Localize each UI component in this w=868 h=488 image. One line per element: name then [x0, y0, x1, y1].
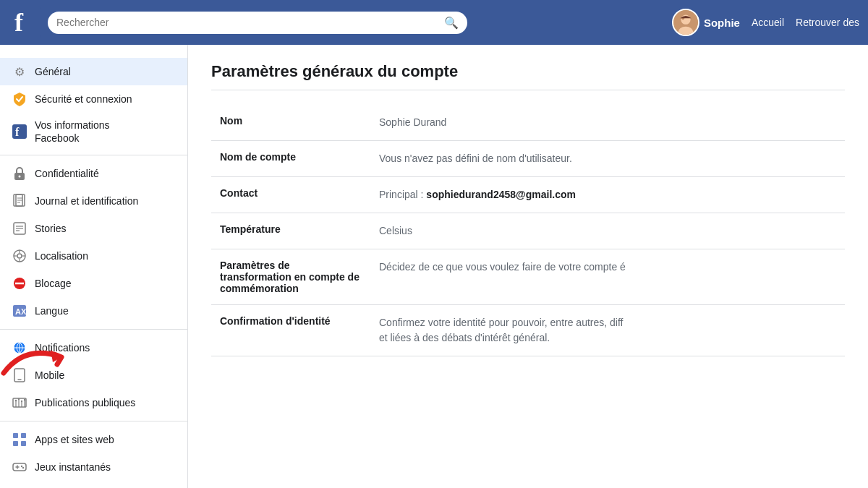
sidebar-item-journal[interactable]: Journal et identification — [0, 187, 187, 215]
journal-icon — [12, 193, 27, 209]
svg-rect-45 — [13, 433, 18, 438]
avatar — [672, 9, 699, 36]
contact-prefix: Principal : — [379, 189, 426, 200]
svg-text:f: f — [15, 126, 20, 138]
sidebar-item-jeux-label: Jeux instantanés — [35, 461, 111, 474]
sidebar-item-jeux[interactable]: Jeux instantanés — [0, 453, 187, 481]
publications-icon — [12, 395, 27, 411]
svg-text:f: f — [14, 8, 24, 37]
gear-icon: ⚙ — [12, 64, 27, 80]
search-bar[interactable]: 🔍 — [48, 12, 467, 34]
location-icon — [12, 248, 27, 264]
sidebar-item-securite[interactable]: Sécurité et connexion — [0, 85, 187, 113]
svg-rect-48 — [21, 441, 26, 446]
sidebar-item-publications[interactable]: Publications publiques — [0, 389, 187, 416]
sidebar-item-notifications[interactable]: Notifications — [0, 334, 187, 361]
header-link-accueil[interactable]: Accueil — [752, 17, 784, 28]
mobile-icon — [12, 367, 27, 383]
sidebar-item-notifications-label: Notifications — [35, 341, 90, 354]
sidebar-item-fb-info[interactable]: f Vos informationsFacebook — [0, 113, 187, 150]
svg-rect-0 — [9, 7, 41, 38]
notifications-globe-icon — [12, 340, 27, 356]
setting-label-temperature: Température — [211, 213, 370, 249]
sidebar-section-apps: Apps et sites web Jeux instantanés — [0, 421, 187, 485]
header-link-retrouver[interactable]: Retrouver des — [796, 17, 859, 28]
setting-value-nom: Sophie Durand — [370, 105, 845, 141]
table-row: Paramètres de transformation en compte d… — [211, 249, 845, 305]
lock-icon — [12, 166, 27, 181]
svg-point-9 — [19, 176, 21, 178]
sidebar-item-localisation[interactable]: Localisation — [0, 242, 187, 270]
svg-point-42 — [18, 398, 20, 400]
sidebar-item-mobile-label: Mobile — [35, 369, 64, 382]
header-username: Sophie — [704, 17, 740, 29]
sidebar-item-confidentialite[interactable]: Confidentialité — [0, 160, 187, 187]
sidebar-item-journal-label: Journal et identification — [35, 194, 138, 207]
sidebar-item-stories-label: Stories — [35, 222, 67, 235]
stories-icon — [12, 221, 27, 236]
svg-rect-47 — [13, 441, 18, 446]
sidebar-item-langue[interactable]: AX Langue — [0, 297, 187, 325]
svg-point-41 — [15, 400, 17, 401]
sidebar-item-fb-info-label: Vos informationsFacebook — [35, 119, 110, 145]
setting-value-confirmation: Confirmez votre identité pour pouvoir, e… — [370, 305, 845, 356]
sidebar-item-confidentialite-label: Confidentialité — [35, 167, 99, 180]
svg-rect-6 — [12, 124, 27, 139]
header: f 🔍 Sophie Accueil Retrouver des — [0, 0, 868, 45]
search-input[interactable] — [56, 17, 438, 28]
setting-label-nom-compte: Nom de compte — [211, 141, 370, 177]
table-row: Nom Sophie Durand — [211, 105, 845, 141]
svg-point-44 — [24, 399, 25, 401]
facebook-logo: f — [9, 7, 41, 38]
sidebar-item-blocage[interactable]: Blocage — [0, 270, 187, 297]
sidebar-section-notifications: Notifications Mobile — [0, 330, 187, 421]
langue-icon: AX — [12, 303, 27, 319]
svg-point-53 — [22, 467, 24, 468]
setting-label-nom: Nom — [211, 105, 370, 141]
setting-label-contact: Contact — [211, 177, 370, 213]
table-row: Confirmation d'identité Confirmez votre … — [211, 305, 845, 356]
sidebar-section-privacy: Confidentialité Journal et identificatio… — [0, 155, 187, 330]
user-avatar-wrapper[interactable]: Sophie — [672, 9, 740, 36]
svg-point-43 — [21, 401, 22, 402]
sidebar-item-apps-label: Apps et sites web — [35, 433, 114, 446]
setting-value-nom-compte: Vous n'avez pas défini de nom d'utilisat… — [370, 141, 845, 177]
block-icon — [12, 275, 27, 291]
svg-rect-49 — [13, 463, 26, 471]
search-icon: 🔍 — [444, 16, 459, 30]
table-row: Nom de compte Vous n'avez pas défini de … — [211, 141, 845, 177]
sidebar-item-apps[interactable]: Apps et sites web — [0, 426, 187, 453]
table-row: Température Celsius — [211, 213, 845, 249]
sidebar-item-blocage-label: Blocage — [35, 277, 72, 290]
svg-rect-46 — [21, 433, 26, 438]
contact-email: sophiedurand2458@gmail.com — [426, 189, 576, 200]
svg-point-52 — [21, 466, 22, 467]
shield-icon — [12, 91, 27, 107]
sidebar-section-account: ⚙ Général Sécurité et connexion f — [0, 53, 187, 155]
facebook-small-icon: f — [12, 124, 27, 140]
main-content: Paramètres généraux du compte Nom Sophie… — [188, 45, 868, 488]
jeux-icon — [12, 459, 27, 475]
sidebar: ⚙ Général Sécurité et connexion f — [0, 45, 188, 488]
setting-value-transformation: Décidez de ce que vous voulez faire de v… — [370, 249, 845, 305]
confirmation-text: Confirmez votre identité pour pouvoir, e… — [379, 317, 623, 343]
svg-text:AX: AX — [15, 307, 27, 316]
setting-value-temperature: Celsius — [370, 213, 845, 249]
sidebar-item-localisation-label: Localisation — [35, 249, 88, 262]
sidebar-item-langue-label: Langue — [35, 304, 69, 317]
sidebar-item-general-label: Général — [35, 65, 71, 78]
sidebar-item-publications-label: Publications publiques — [35, 396, 135, 409]
setting-value-contact: Principal : sophiedurand2458@gmail.com — [370, 177, 845, 213]
setting-label-transformation: Paramètres de transformation en compte d… — [211, 249, 370, 305]
page-title: Paramètres généraux du compte — [211, 62, 845, 90]
sidebar-item-securite-label: Sécurité et connexion — [35, 93, 132, 106]
setting-label-confirmation: Confirmation d'identité — [211, 305, 370, 356]
sidebar-item-general[interactable]: ⚙ Général — [0, 58, 187, 85]
svg-point-20 — [17, 254, 22, 258]
settings-table: Nom Sophie Durand Nom de compte Vous n'a… — [211, 105, 845, 356]
apps-icon — [12, 432, 27, 448]
sidebar-item-stories[interactable]: Stories — [0, 215, 187, 242]
header-right: Sophie Accueil Retrouver des — [672, 9, 859, 36]
sidebar-item-mobile[interactable]: Mobile — [0, 361, 187, 389]
body: ⚙ Général Sécurité et connexion f — [0, 45, 868, 488]
